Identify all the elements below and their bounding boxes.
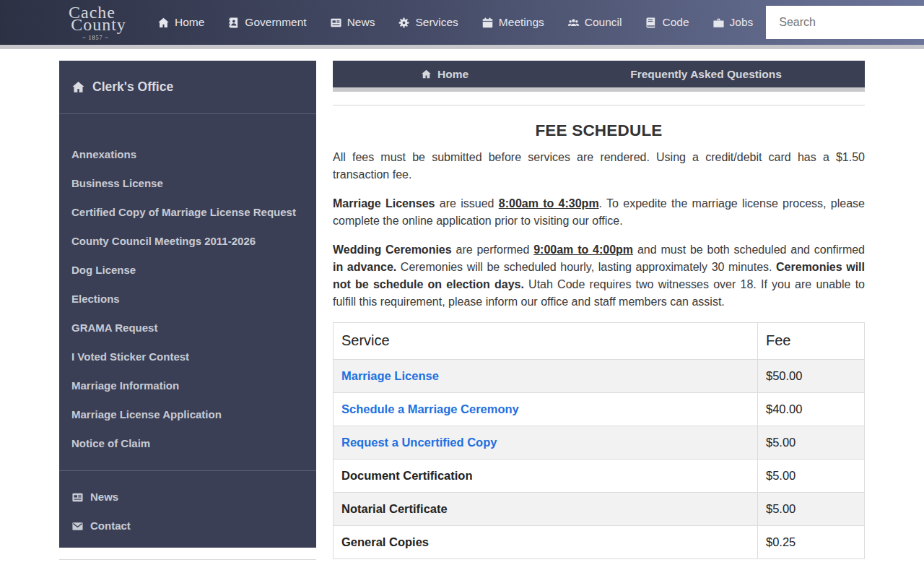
table-row: Schedule a Marriage Ceremony$40.00 (334, 393, 865, 426)
fee-table-body: Marriage License$50.00Schedule a Marriag… (334, 360, 865, 559)
service-link-schedule-a-marriage-ceremony[interactable]: Schedule a Marriage Ceremony (341, 402, 519, 415)
breadcrumb-page-label: Frequently Asked Questions (630, 68, 782, 81)
service-cell: Request a Uncertified Copy (334, 426, 758, 460)
sidebar-item-marriage-information[interactable]: Marriage Information (59, 371, 316, 400)
jobs-icon (712, 17, 725, 29)
nav-item-meetings[interactable]: Meetings (481, 16, 544, 29)
fee-cell: $5.00 (758, 493, 865, 526)
nav-item-services[interactable]: Services (398, 16, 458, 29)
column-header-fee: Fee (758, 323, 865, 360)
logo-year: ~ 1857 ~ (58, 35, 134, 41)
sidebar-footer: NewsContact (59, 470, 316, 548)
service-cell: Schedule a Marriage Ceremony (334, 393, 758, 426)
table-row: Notarial Certificate$5.00 (334, 493, 865, 526)
logo-line2: County (64, 16, 134, 33)
service-cell: General Copies (334, 526, 758, 559)
sidebar-item-county-council-meetings-2011-2026[interactable]: County Council Meetings 2011-2026 (59, 227, 316, 256)
sidebar-divider (59, 559, 316, 560)
paragraph: Wedding Ceremonies are performed 9:00am … (333, 241, 865, 311)
nav-item-home[interactable]: Home (157, 16, 204, 29)
breadcrumb-home-label: Home (437, 68, 468, 81)
service-cell: Marriage License (334, 360, 758, 393)
service-cell: Document Certification (334, 460, 758, 493)
fee-cell: $50.00 (758, 360, 865, 393)
service-link-marriage-license[interactable]: Marriage License (341, 369, 439, 382)
fee-cell: $0.25 (758, 526, 865, 559)
service-link-request-a-uncertified-copy[interactable]: Request a Uncertified Copy (341, 436, 497, 449)
content-divider (333, 105, 865, 105)
code-icon (645, 17, 657, 29)
nav-item-code[interactable]: Code (645, 16, 689, 29)
sidebar-column: Clerk's Office AnnexationsBusiness Licen… (59, 61, 316, 560)
table-row: Marriage License$50.00 (334, 360, 865, 393)
sidebar-footer-item-news[interactable]: News (59, 483, 316, 512)
fee-cell: $5.00 (758, 426, 865, 460)
breadcrumb-shadow (333, 87, 865, 92)
page-body: Clerk's Office AnnexationsBusiness Licen… (0, 49, 924, 560)
sidebar-item-annexations[interactable]: Annexations (59, 140, 316, 169)
home-icon (157, 17, 170, 29)
column-header-service: Service (334, 323, 758, 360)
sidebar-items: AnnexationsBusiness LicenseCertified Cop… (59, 114, 316, 470)
sidebar-item-certified-copy-of-marriage-license-request[interactable]: Certified Copy of Marriage License Reque… (59, 198, 316, 227)
sidebar-title-label: Clerk's Office (92, 79, 173, 95)
sidebar-item-notice-of-claim[interactable]: Notice of Claim (59, 429, 316, 458)
site-logo[interactable]: Cache County ~ 1857 ~ (58, 4, 134, 41)
paragraph: All fees must be submitted before servic… (333, 149, 865, 184)
table-row: General Copies$0.25 (334, 526, 865, 559)
service-cell: Notarial Certificate (334, 493, 758, 526)
fee-cell: $5.00 (758, 460, 865, 493)
news-icon (71, 491, 84, 504)
fee-cell: $40.00 (758, 393, 865, 426)
sidebar-item-i-voted-sticker-contest[interactable]: I Voted Sticker Contest (59, 342, 316, 371)
nav-item-government[interactable]: Government (227, 16, 306, 29)
nav-items: HomeGovernmentNewsServicesMeetingsCounci… (157, 16, 753, 29)
sidebar-item-business-license[interactable]: Business License (59, 169, 316, 198)
breadcrumb-page[interactable]: Frequently Asked Questions (630, 61, 782, 87)
search-input[interactable] (766, 6, 924, 39)
government-icon (227, 17, 240, 29)
envelope-icon (71, 520, 84, 532)
sidebar-footer-item-contact[interactable]: Contact (59, 512, 316, 540)
services-icon (398, 17, 410, 29)
nav-item-jobs[interactable]: Jobs (712, 16, 754, 29)
sidebar-item-marriage-license-application[interactable]: Marriage License Application (59, 400, 316, 429)
breadcrumb: Home Frequently Asked Questions (333, 61, 865, 87)
sidebar-title-clerks-office[interactable]: Clerk's Office (59, 61, 316, 114)
paragraph: Marriage Licenses are issued 8:00am to 4… (333, 195, 865, 230)
home-icon (421, 69, 432, 79)
home-icon (71, 80, 85, 94)
top-navbar: Cache County ~ 1857 ~ HomeGovernmentNews… (0, 0, 924, 45)
table-row: Document Certification$5.00 (334, 460, 865, 493)
sidebar: Clerk's Office AnnexationsBusiness Licen… (59, 61, 316, 548)
meetings-icon (481, 17, 494, 29)
table-row: Request a Uncertified Copy$5.00 (334, 426, 865, 460)
breadcrumb-home[interactable]: Home (421, 61, 468, 87)
fee-table: Service Fee Marriage License$50.00Schedu… (333, 322, 865, 559)
sidebar-item-elections[interactable]: Elections (59, 285, 316, 314)
paragraphs: All fees must be submitted before servic… (333, 149, 865, 311)
main-content: Home Frequently Asked Questions FEE SCHE… (333, 61, 865, 559)
table-header-row: Service Fee (334, 323, 865, 360)
sidebar-item-grama-request[interactable]: GRAMA Request (59, 314, 316, 342)
page-title: FEE SCHEDULE (333, 121, 865, 140)
nav-item-news[interactable]: News (330, 16, 375, 29)
nav-item-council[interactable]: Council (567, 16, 622, 29)
council-icon (567, 17, 580, 29)
news-icon (330, 17, 342, 29)
sidebar-item-dog-license[interactable]: Dog License (59, 256, 316, 285)
